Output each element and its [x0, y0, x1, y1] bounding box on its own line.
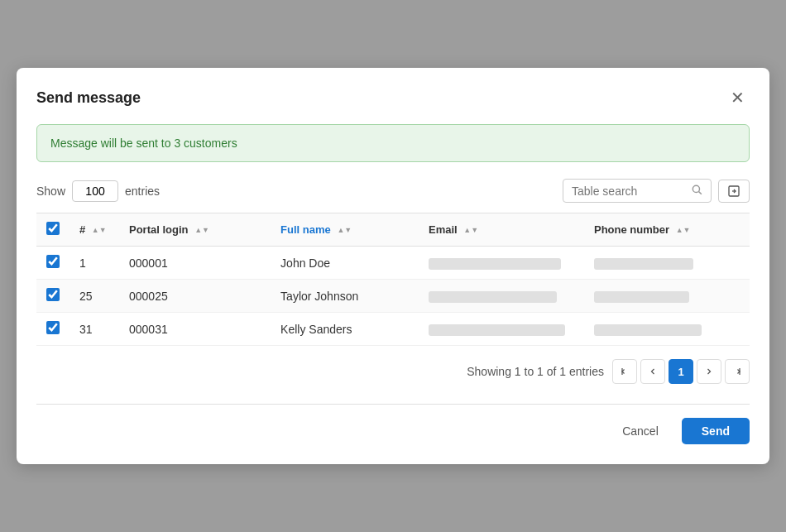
table-row: 25 000025 Taylor Johnson — [36, 280, 750, 313]
show-entries-control: Show entries — [36, 180, 160, 202]
row1-checkbox[interactable] — [46, 255, 60, 268]
row1-portal-login: 000001 — [119, 247, 271, 280]
last-page-button[interactable] — [725, 359, 750, 384]
next-page-button[interactable] — [697, 359, 721, 384]
pagination-row: Showing 1 to 1 of 1 entries 1 — [36, 359, 750, 384]
first-page-icon — [620, 367, 630, 376]
send-button[interactable]: Send — [682, 418, 750, 444]
row1-email — [419, 247, 584, 280]
search-input[interactable] — [572, 185, 686, 198]
send-message-modal: Send message ✕ Message will be sent to 3… — [17, 68, 769, 464]
row1-full-name: John Doe — [271, 247, 419, 280]
th-full-name: Full name ▲▼ — [271, 213, 419, 247]
data-table: # ▲▼ Portal login ▲▼ Full name ▲▼ Email … — [36, 213, 750, 346]
row2-checkbox-cell — [36, 280, 69, 313]
row2-full-name: Taylor Johnson — [271, 280, 419, 313]
row2-phone — [584, 280, 750, 313]
row3-phone — [584, 313, 750, 346]
row1-num: 1 — [69, 247, 119, 280]
table-row: 1 000001 John Doe — [36, 247, 750, 280]
export-button[interactable] — [718, 180, 750, 203]
modal-title: Send message — [36, 89, 141, 107]
last-page-icon — [732, 367, 742, 376]
row1-checkbox-cell — [36, 247, 69, 280]
prev-page-icon — [648, 367, 658, 376]
show-label: Show — [36, 185, 65, 198]
row3-full-name: Kelly Sanders — [271, 313, 419, 346]
row2-portal-login: 000025 — [119, 280, 271, 313]
sort-portal-icon[interactable]: ▲▼ — [194, 227, 209, 234]
entries-label: entries — [125, 185, 160, 198]
alert-text: Message will be sent to 3 customers — [50, 137, 237, 150]
search-icon — [691, 184, 702, 198]
table-controls: Show entries — [36, 179, 750, 203]
sort-phone-icon[interactable]: ▲▼ — [676, 227, 691, 234]
sort-email-icon[interactable]: ▲▼ — [463, 227, 478, 234]
row3-num: 31 — [69, 313, 119, 346]
pagination-buttons: 1 — [612, 359, 750, 384]
modal-footer: Cancel Send — [36, 404, 750, 444]
row3-checkbox-cell — [36, 313, 69, 346]
first-page-button[interactable] — [612, 359, 637, 384]
row2-email — [419, 280, 584, 313]
table-row: 31 000031 Kelly Sanders — [36, 313, 750, 346]
alert-banner: Message will be sent to 3 customers — [36, 124, 750, 162]
next-page-icon — [704, 367, 714, 376]
pagination-info: Showing 1 to 1 of 1 entries — [467, 365, 604, 378]
search-group — [563, 179, 750, 203]
entries-input[interactable] — [72, 180, 118, 202]
export-icon — [727, 185, 740, 198]
row2-num: 25 — [69, 280, 119, 313]
row2-checkbox[interactable] — [46, 288, 60, 301]
row3-email — [419, 313, 584, 346]
close-button[interactable]: ✕ — [726, 88, 750, 108]
sort-name-icon[interactable]: ▲▼ — [337, 227, 352, 234]
th-phone-number: Phone number ▲▼ — [584, 213, 750, 247]
table-header-row: # ▲▼ Portal login ▲▼ Full name ▲▼ Email … — [36, 213, 750, 247]
svg-point-0 — [693, 185, 699, 192]
modal-header: Send message ✕ — [36, 88, 750, 108]
sort-num-icon[interactable]: ▲▼ — [92, 227, 107, 234]
th-num: # ▲▼ — [69, 213, 119, 247]
page-1-button[interactable]: 1 — [669, 359, 693, 384]
modal-overlay: Send message ✕ Message will be sent to 3… — [0, 0, 786, 532]
row3-checkbox[interactable] — [46, 321, 60, 334]
row3-portal-login: 000031 — [119, 313, 271, 346]
cancel-button[interactable]: Cancel — [609, 418, 672, 444]
row1-phone — [584, 247, 750, 280]
th-portal-login: Portal login ▲▼ — [119, 213, 271, 247]
search-box — [563, 179, 712, 203]
select-all-checkbox[interactable] — [46, 222, 60, 235]
th-email: Email ▲▼ — [419, 213, 584, 247]
svg-line-1 — [699, 192, 702, 194]
th-select-all — [36, 213, 69, 247]
prev-page-button[interactable] — [640, 359, 665, 384]
